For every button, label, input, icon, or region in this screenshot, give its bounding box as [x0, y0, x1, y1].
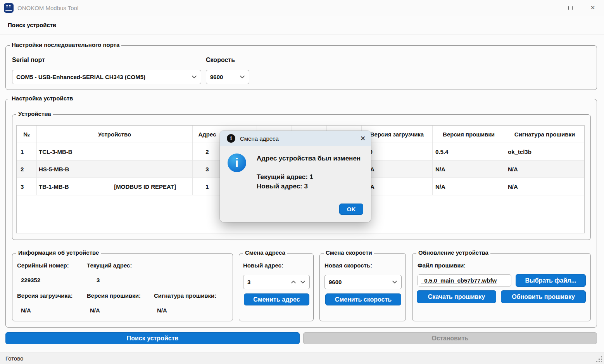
col-header-bootloader: Версия загрузчика [362, 126, 433, 143]
dialog-new-address: Новый адрес: 3 [257, 183, 308, 190]
serial-port-select[interactable]: COM5 - USB-Enhanced-SERIAL CH343 (COM5) [12, 70, 201, 84]
cell-bootloader: N/A [362, 178, 433, 195]
current-address-value: 3 [97, 277, 100, 283]
serial-number-label: Серийный номер: [17, 262, 69, 269]
cell-firmware: 0.5.4 [433, 143, 505, 160]
firmware-version-value: N/A [90, 307, 100, 314]
cell-num: 3 [17, 178, 37, 195]
maximize-button[interactable] [559, 0, 582, 16]
group-serial-settings: Настройки последовательного порта Serial… [5, 45, 597, 90]
cell-device: TCL-3-MB-B [37, 143, 193, 160]
dialog-close-button[interactable]: ✕ [356, 132, 369, 145]
serial-number-value: 229352 [21, 277, 40, 283]
col-header-address: Адрес [193, 126, 222, 143]
cell-firmware: N/A [433, 178, 505, 195]
col-header-signature: Сигнатура прошивки [505, 126, 584, 143]
statusbar: Готово [0, 352, 604, 364]
app-logo-icon [4, 3, 14, 13]
chevron-down-icon [392, 280, 397, 284]
info-circle-icon: i [228, 154, 246, 172]
chevron-up-icon[interactable] [291, 280, 296, 284]
dialog-ok-button[interactable]: OK [339, 204, 363, 215]
cell-firmware: N/A [433, 160, 505, 178]
group-change-address: Смена адреса Новый адрес: 3 Сменить адре… [239, 253, 314, 321]
group-devices-title: Устройства [16, 110, 53, 117]
close-button[interactable]: ✕ [582, 0, 604, 16]
close-icon: ✕ [360, 135, 366, 143]
new-speed-select[interactable]: 9600 [324, 275, 402, 289]
device-name: HS-5-MB-B [39, 166, 69, 173]
dialog-message: Адрес устройства был изменен [257, 155, 361, 162]
window-controls: ✕ [537, 0, 604, 16]
serial-port-label: Serial порт [12, 57, 45, 64]
cell-device: HS-5-MB-B [37, 160, 193, 178]
cell-signature: ok_tcl3b [505, 143, 584, 160]
change-address-dialog: i Смена адреса ✕ i Адрес устройства был … [220, 131, 371, 222]
serial-speed-label: Скорость [206, 57, 235, 64]
firmware-signature-value: N/A [157, 307, 167, 314]
group-device-config-title: Настройка устройств [10, 95, 75, 102]
status-text: Готово [5, 355, 23, 362]
minimize-button[interactable] [537, 0, 559, 16]
change-address-button[interactable]: Сменить адрес [244, 293, 309, 305]
change-speed-button[interactable]: Сменить скорость [325, 293, 401, 305]
dialog-title: Смена адреса [240, 135, 279, 142]
col-header-num: № [17, 126, 37, 143]
group-device-info-title: Информация об устройстве [16, 249, 101, 256]
group-change-address-title: Смена адреса [243, 249, 287, 256]
serial-speed-value: 9600 [210, 74, 223, 80]
search-devices-button[interactable]: Поиск устройств [5, 332, 300, 344]
group-device-info: Информация об устройстве Серийный номер:… [12, 253, 233, 321]
resize-grip[interactable] [601, 361, 602, 362]
chevron-down-icon [240, 75, 245, 79]
minimize-icon [545, 8, 550, 8]
titlebar: ONOKOM Modbus Tool ✕ [0, 0, 604, 16]
cell-address: 2 [193, 143, 222, 160]
app-logo-bar [5, 10, 12, 11]
choose-file-button[interactable]: Выбрать файл... [516, 274, 586, 287]
col-header-firmware: Версия прошивки [433, 126, 505, 143]
cell-signature: N/A [505, 178, 584, 195]
device-note: [MODBUS ID REPEAT] [114, 183, 176, 190]
dialog-body: i Адрес устройства был изменен Текущий а… [220, 146, 371, 222]
menubar: Поиск устройств [0, 16, 604, 35]
chevron-down-icon[interactable] [300, 280, 305, 284]
bootloader-version-label: Версия загрузчика: [17, 292, 72, 299]
chevron-down-icon [192, 75, 197, 79]
app-window: ONOKOM Modbus Tool ✕ Поиск устройств Нас… [0, 0, 604, 364]
dialog-titlebar: i Смена адреса ✕ [220, 131, 371, 146]
new-speed-label: Новая скорость: [324, 262, 372, 269]
new-address-label: Новый адрес: [243, 262, 283, 269]
cell-bootloader: N/A [362, 160, 433, 178]
new-speed-value: 9600 [329, 279, 342, 285]
info-icon: i [227, 134, 235, 143]
window-title: ONOKOM Modbus Tool [17, 5, 78, 11]
serial-port-value: COM5 - USB-Enhanced-SERIAL CH343 (COM5) [16, 74, 145, 80]
update-firmware-button[interactable]: Обновить прошивку [501, 290, 586, 303]
firmware-file-value: _0.5.0_main_cb57b77.wbfw [421, 277, 497, 284]
download-firmware-button[interactable]: Скачать прошивку [417, 290, 496, 303]
firmware-version-label: Версия прошивки: [87, 292, 141, 299]
group-change-speed: Смена скорости Новая скорость: 9600 Смен… [319, 253, 406, 321]
group-firmware-update: Обновление устройства Файл прошивки: _0.… [412, 253, 591, 321]
bootloader-version-value: N/A [21, 307, 31, 314]
cell-signature: N/A [505, 160, 584, 178]
cell-address: 1 [193, 178, 222, 195]
app-logo-dots [5, 5, 12, 8]
firmware-file-label: Файл прошивки: [418, 262, 466, 269]
stop-button[interactable]: Остановить [303, 332, 597, 344]
cell-num: 2 [17, 160, 37, 178]
dialog-current-address: Текущий адрес: 1 [257, 173, 313, 181]
group-serial-settings-title: Настройки последовательного порта [10, 41, 121, 48]
group-change-speed-title: Смена скорости [324, 249, 374, 256]
col-header-device: Устройство [37, 126, 193, 143]
menu-search-devices[interactable]: Поиск устройств [5, 20, 59, 30]
device-name: TCL-3-MB-B [39, 148, 72, 155]
firmware-file-input[interactable]: _0.5.0_main_cb57b77.wbfw [418, 274, 511, 286]
cell-num: 1 [17, 143, 37, 160]
device-name: TB-1-MB-B [39, 183, 69, 190]
serial-speed-select[interactable]: 9600 [206, 70, 249, 84]
new-address-spinner[interactable]: 3 [243, 275, 310, 289]
close-icon: ✕ [590, 4, 595, 11]
cell-bootloader: 0.9 [362, 143, 433, 160]
